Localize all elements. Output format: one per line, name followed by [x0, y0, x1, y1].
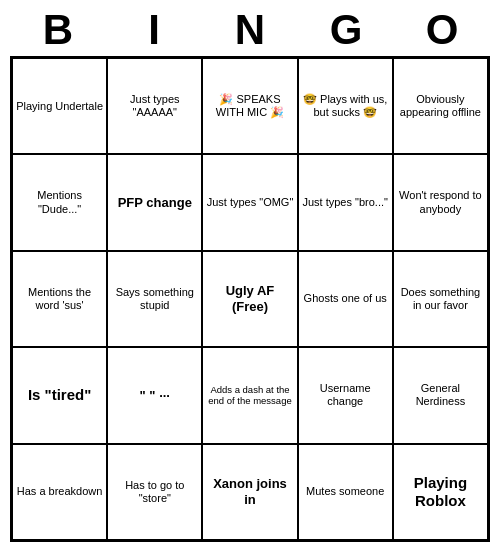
- bingo-grid: Playing UndertaleJust types "AAAAA"🎉 SPE…: [10, 56, 490, 542]
- bingo-cell-13: Ghosts one of us: [298, 251, 393, 347]
- bingo-cell-7: Just types "OMG": [202, 154, 297, 250]
- cell-text-5: Mentions "Dude...": [16, 189, 103, 215]
- cell-text-0: Playing Undertale: [16, 100, 103, 113]
- cell-text-19: General Nerdiness: [397, 382, 484, 408]
- bingo-cell-22: Xanon joins in: [202, 444, 297, 540]
- bingo-cell-5: Mentions "Dude...": [12, 154, 107, 250]
- bingo-cell-0: Playing Undertale: [12, 58, 107, 154]
- bingo-header: BINGO: [10, 0, 490, 56]
- cell-text-1: Just types "AAAAA": [111, 93, 198, 119]
- cell-text-12: Ugly AF (Free): [206, 283, 293, 314]
- cell-text-24: Playing Roblox: [397, 474, 484, 510]
- bingo-cell-3: 🤓 Plays with us, but sucks 🤓: [298, 58, 393, 154]
- bingo-cell-12: Ugly AF (Free): [202, 251, 297, 347]
- cell-text-7: Just types "OMG": [207, 196, 294, 209]
- bingo-letter-g: G: [302, 6, 390, 54]
- bingo-cell-8: Just types "bro...": [298, 154, 393, 250]
- bingo-letter-i: I: [110, 6, 198, 54]
- bingo-cell-4: Obviously appearing offline: [393, 58, 488, 154]
- cell-text-17: Adds a dash at the end of the message: [206, 384, 293, 407]
- cell-text-15: Is "tired": [28, 386, 91, 404]
- cell-text-23: Mutes someone: [306, 485, 384, 498]
- bingo-cell-15: Is "tired": [12, 347, 107, 443]
- cell-text-9: Won't respond to anybody: [397, 189, 484, 215]
- cell-text-20: Has a breakdown: [17, 485, 103, 498]
- bingo-cell-2: 🎉 SPEAKS WITH MIC 🎉: [202, 58, 297, 154]
- cell-text-2: 🎉 SPEAKS WITH MIC 🎉: [206, 93, 293, 119]
- bingo-cell-6: PFP change: [107, 154, 202, 250]
- bingo-cell-11: Says something stupid: [107, 251, 202, 347]
- cell-text-22: Xanon joins in: [206, 476, 293, 507]
- cell-text-3: 🤓 Plays with us, but sucks 🤓: [302, 93, 389, 119]
- bingo-cell-16: " " ···: [107, 347, 202, 443]
- cell-text-4: Obviously appearing offline: [397, 93, 484, 119]
- bingo-cell-23: Mutes someone: [298, 444, 393, 540]
- cell-text-8: Just types "bro...": [302, 196, 387, 209]
- bingo-letter-n: N: [206, 6, 294, 54]
- bingo-cell-1: Just types "AAAAA": [107, 58, 202, 154]
- cell-text-13: Ghosts one of us: [304, 292, 387, 305]
- cell-text-16: " " ···: [140, 388, 170, 404]
- cell-text-10: Mentions the word 'sus': [16, 286, 103, 312]
- cell-text-21: Has to go to "store": [111, 479, 198, 505]
- cell-text-18: Username change: [302, 382, 389, 408]
- bingo-cell-10: Mentions the word 'sus': [12, 251, 107, 347]
- bingo-cell-9: Won't respond to anybody: [393, 154, 488, 250]
- bingo-cell-24: Playing Roblox: [393, 444, 488, 540]
- cell-text-11: Says something stupid: [111, 286, 198, 312]
- bingo-cell-17: Adds a dash at the end of the message: [202, 347, 297, 443]
- bingo-cell-21: Has to go to "store": [107, 444, 202, 540]
- bingo-cell-14: Does something in our favor: [393, 251, 488, 347]
- bingo-letter-b: B: [14, 6, 102, 54]
- bingo-cell-19: General Nerdiness: [393, 347, 488, 443]
- bingo-cell-20: Has a breakdown: [12, 444, 107, 540]
- cell-text-14: Does something in our favor: [397, 286, 484, 312]
- cell-text-6: PFP change: [118, 195, 192, 211]
- bingo-cell-18: Username change: [298, 347, 393, 443]
- bingo-letter-o: O: [398, 6, 486, 54]
